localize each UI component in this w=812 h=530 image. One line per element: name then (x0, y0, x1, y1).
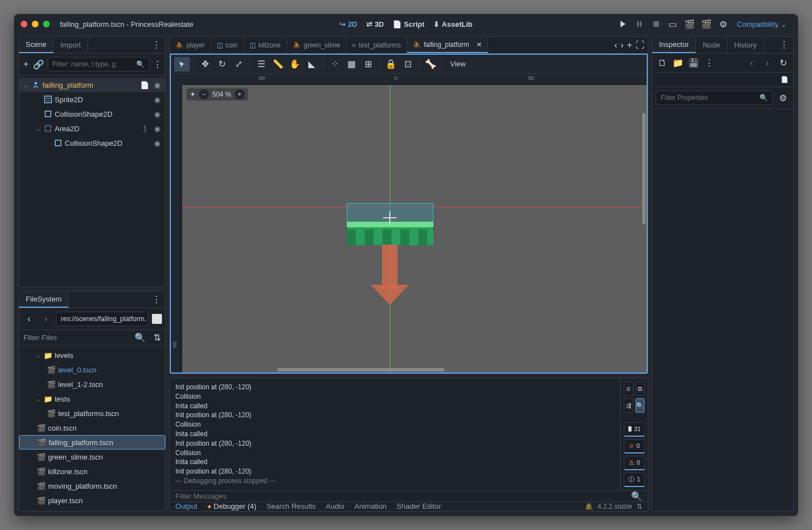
visibility-icon[interactable]: ◉ (152, 81, 162, 89)
error-count[interactable]: !31 (624, 422, 645, 437)
smart-snap[interactable]: ⊞ (360, 57, 376, 71)
maximize-window-button[interactable] (43, 21, 50, 27)
add-node-button[interactable]: + (22, 58, 30, 71)
workspace-assetlib[interactable]: ⬇ AssetLib (433, 20, 472, 28)
save-resource-button[interactable]: 💾 (687, 56, 700, 70)
layout-icon[interactable]: ⇅ (637, 503, 642, 510)
visibility-icon[interactable]: ◉ (152, 96, 162, 104)
renderer-dropdown[interactable]: Compatibility ⌄ (733, 20, 791, 28)
script-icon[interactable]: 📄 (140, 81, 150, 89)
copy-button[interactable]: ⧉ (636, 381, 645, 396)
scene-tab-falling-platform[interactable]: ⛹falling_platform ✕ (407, 37, 489, 53)
scene-tab-green-slime[interactable]: ⛹green_slime (287, 37, 346, 53)
inspector-menu[interactable]: ⋮ (775, 37, 793, 53)
snap-toggle[interactable]: ⁘ (327, 57, 342, 71)
scene-filter[interactable]: 🔍 (47, 57, 150, 71)
tab-history[interactable]: History (728, 37, 764, 53)
scene-node-root[interactable]: ⌄ failling_platform 📄 ◉ (19, 78, 165, 92)
prev-tab-button[interactable]: ‹ (614, 40, 617, 50)
zoom-out-button[interactable]: − (199, 89, 209, 99)
expand-button[interactable]: ⛶ (636, 40, 644, 50)
select-tool[interactable] (174, 57, 190, 71)
search-icon[interactable]: 🔍 (135, 332, 146, 343)
close-window-button[interactable] (21, 21, 27, 27)
move-tool[interactable]: ✥ (197, 57, 213, 71)
pause-button[interactable] (632, 17, 647, 31)
caret-icon[interactable]: ⌄ (35, 126, 41, 132)
scene-panel-menu[interactable]: ⋮ (147, 37, 165, 53)
scene-node-sprite[interactable]: Sprite2D ◉ (19, 92, 165, 107)
bone-tool[interactable]: 🦴 (423, 57, 438, 71)
fs-folder-tests[interactable]: ⌄ 📁 tests (19, 391, 165, 406)
visibility-icon[interactable]: ◉ (152, 139, 162, 147)
clear-button[interactable]: ⎚ (624, 381, 633, 396)
fs-file-falling-platform[interactable]: 🎬 falling_platform.tscn (19, 435, 165, 450)
scene-node-collision1[interactable]: CollisionShape2D ◉ (19, 107, 165, 121)
signal-icon[interactable]: ⟆ (140, 125, 150, 133)
scene-tab-coin[interactable]: ◫coin (211, 37, 244, 53)
fs-file-level1-2[interactable]: 🎬 level_1-2.tscn (19, 377, 165, 391)
scrollbar-vertical[interactable] (642, 113, 646, 225)
history-forward-button[interactable]: › (761, 56, 774, 70)
canvas[interactable]: -50 0 50 50 ✦ − 504 % + (171, 74, 647, 373)
list-tool[interactable]: ☰ (254, 57, 269, 71)
animation-tab[interactable]: Animation (355, 502, 387, 510)
critical-count[interactable]: ⊘0 (624, 439, 645, 453)
ruler-tool[interactable]: 📏 (270, 57, 286, 71)
add-tab-button[interactable]: + (627, 40, 632, 50)
view-menu[interactable]: View (446, 60, 470, 68)
collapse-button[interactable]: ⇶ (624, 398, 633, 413)
lock-button[interactable]: 🔒 (383, 57, 399, 71)
docs-icon[interactable]: 📄 (781, 76, 789, 83)
filter-messages-input[interactable] (175, 492, 631, 500)
scale-tool[interactable]: ⤢ (231, 57, 246, 71)
fs-file-level0[interactable]: 🎬 level_0.tscn (19, 362, 165, 377)
folder-color[interactable] (152, 314, 162, 324)
path-back-button[interactable]: ‹ (22, 312, 36, 326)
workspace-2d[interactable]: ↪ 2D (340, 20, 357, 28)
caret-icon[interactable]: ⌄ (22, 82, 29, 88)
close-icon[interactable]: ✕ (476, 41, 482, 49)
info-count[interactable]: ⓘ1 (624, 472, 645, 487)
minimize-window-button[interactable] (32, 21, 39, 27)
load-resource-button[interactable]: 📁 (671, 56, 685, 70)
fs-folder-levels[interactable]: ⌄ 📁 levels (19, 348, 165, 362)
scrollbar-horizontal[interactable] (277, 368, 445, 371)
scene-tree[interactable]: ⌄ failling_platform 📄 ◉ Sprite2D ◉ (19, 75, 165, 287)
scene-more-button[interactable]: ⋮ (153, 58, 162, 71)
filesystem-menu[interactable]: ⋮ (147, 292, 165, 308)
group-button[interactable]: ⊡ (400, 57, 415, 71)
inspector-extra-button[interactable]: ⋮ (703, 56, 716, 70)
output-tab[interactable]: Output (175, 502, 197, 510)
history-back-button[interactable]: ‹ (745, 56, 758, 70)
workspace-script[interactable]: 📄 Script (393, 20, 424, 28)
pivot-tool[interactable]: ◣ (304, 57, 319, 71)
scene-tab-player[interactable]: ⛹player (170, 37, 211, 53)
inspector-filter[interactable]: 🔍 (656, 90, 773, 105)
visibility-icon[interactable]: ◉ (152, 110, 162, 118)
sort-icon[interactable]: ⇅ (154, 332, 161, 343)
inspector-settings-button[interactable]: ⚙ (776, 91, 790, 104)
filesystem-tree[interactable]: ⌄ 📁 levels 🎬 level_0.tscn 🎬 level_1-2.ts… (19, 346, 165, 511)
search-console-button[interactable]: 🔍 (636, 398, 645, 413)
fs-file-testplatforms[interactable]: 🎬 test_platforms.tscn (19, 406, 165, 421)
zoom-level[interactable]: 504 % (212, 90, 231, 98)
scene-node-area[interactable]: ⌄ Area2D ⟆ ◉ (19, 121, 165, 136)
search-results-tab[interactable]: Search Results (266, 502, 316, 510)
fs-file-killzone[interactable]: 🎬 killzone.tscn (19, 464, 165, 479)
debugger-tab[interactable]: ● Debugger (4) (207, 502, 256, 510)
fs-file-green-slime[interactable]: 🎬 green_slime.tscn (19, 450, 165, 464)
workspace-3d[interactable]: ⇄ 3D (366, 20, 384, 28)
scene-node-collision2[interactable]: CollisionShape2D ◉ (19, 136, 165, 150)
scene-tab-test-platforms[interactable]: ○test_platforms (346, 37, 407, 53)
fs-file-player[interactable]: 🎬 player.tscn (19, 493, 165, 508)
movie-maker-button[interactable]: 🎬 (682, 17, 697, 31)
next-tab-button[interactable]: › (620, 40, 623, 50)
center-view-icon[interactable]: ✦ (190, 90, 195, 98)
fs-file-moving-platform[interactable]: 🎬 moving_platform.tscn (19, 479, 165, 493)
shader-tab[interactable]: Shader Editor (397, 502, 441, 510)
tab-scene[interactable]: Scene (19, 37, 54, 53)
rendering-button[interactable]: ⚙ (716, 17, 730, 31)
stop-button[interactable] (649, 17, 663, 31)
tab-inspector[interactable]: Inspector (652, 37, 696, 53)
